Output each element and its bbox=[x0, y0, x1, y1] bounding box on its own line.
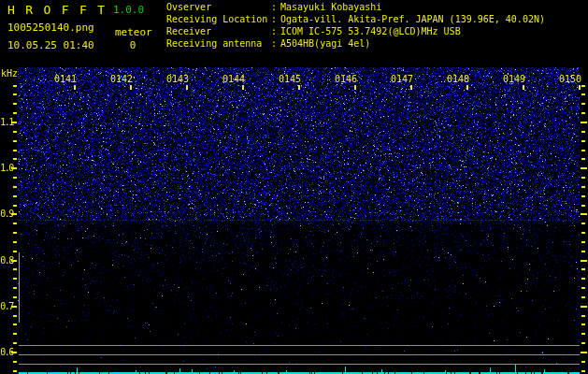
mode-label: meteor bbox=[115, 26, 152, 38]
time-tick-label: 0149 bbox=[502, 74, 526, 84]
info-separator: : bbox=[271, 38, 277, 49]
spectrogram-canvas bbox=[0, 0, 588, 374]
freq-tick-label: 0.8 bbox=[0, 255, 13, 266]
time-tick-label: 0143 bbox=[165, 74, 190, 84]
info-label: Receiving antenna bbox=[166, 38, 262, 49]
app-title: H R O F F T bbox=[7, 3, 107, 17]
info-label: Receiver bbox=[166, 26, 211, 36]
meteor-count: 0 bbox=[125, 39, 140, 51]
time-tick-label: 0145 bbox=[278, 74, 302, 84]
info-label: Ovserver bbox=[166, 2, 211, 12]
time-tick-label: 0150 bbox=[558, 74, 582, 84]
time-tick-label: 0147 bbox=[390, 74, 414, 84]
info-label: Receiving Location bbox=[166, 14, 267, 24]
info-separator: : bbox=[271, 26, 277, 36]
output-filename: 1005250140.png bbox=[7, 22, 94, 34]
info-separator: : bbox=[271, 2, 277, 12]
info-value: A504HB(yagi 4el) bbox=[280, 38, 370, 49]
info-value: ICOM IC-575 53.7492(@LCD)MHz USB bbox=[280, 26, 461, 36]
time-tick-label: 0148 bbox=[446, 74, 470, 84]
freq-tick-label: 0.7 bbox=[0, 301, 13, 311]
info-row-receiver: Receiver : ICOM IC-575 53.7492(@LCD)MHz … bbox=[166, 26, 200, 37]
info-value: Ogata-vill. Akita-Pref. JAPAN (139.96E, … bbox=[280, 14, 545, 24]
freq-tick-label: 1.0 bbox=[0, 163, 13, 173]
app-version: 1.0.0 bbox=[113, 4, 144, 16]
freq-tick-label: 1.1 bbox=[0, 117, 13, 127]
info-row-observer: Ovserver : Masayuki Kobayashi bbox=[166, 2, 200, 13]
time-tick-label: 0146 bbox=[334, 74, 358, 84]
info-row-antenna: Receiving antenna : A504HB(yagi 4el) bbox=[166, 38, 200, 50]
info-separator: : bbox=[271, 14, 277, 24]
observation-datetime: 10.05.25 01:40 bbox=[7, 39, 94, 51]
freq-tick-label: 0.6 bbox=[0, 347, 13, 357]
info-row-location: Receiving Location : Ogata-vill. Akita-P… bbox=[166, 14, 200, 25]
hrofft-window: H R O F F T 1.0.0 1005250140.png meteor … bbox=[0, 0, 588, 374]
freq-tick-label: 0.9 bbox=[0, 209, 13, 219]
info-value: Masayuki Kobayashi bbox=[280, 2, 381, 12]
time-tick-label: 0141 bbox=[53, 74, 78, 84]
freq-axis-unit-label: kHz bbox=[1, 68, 18, 79]
time-tick-label: 0142 bbox=[109, 74, 134, 84]
time-tick-label: 0144 bbox=[222, 74, 246, 84]
